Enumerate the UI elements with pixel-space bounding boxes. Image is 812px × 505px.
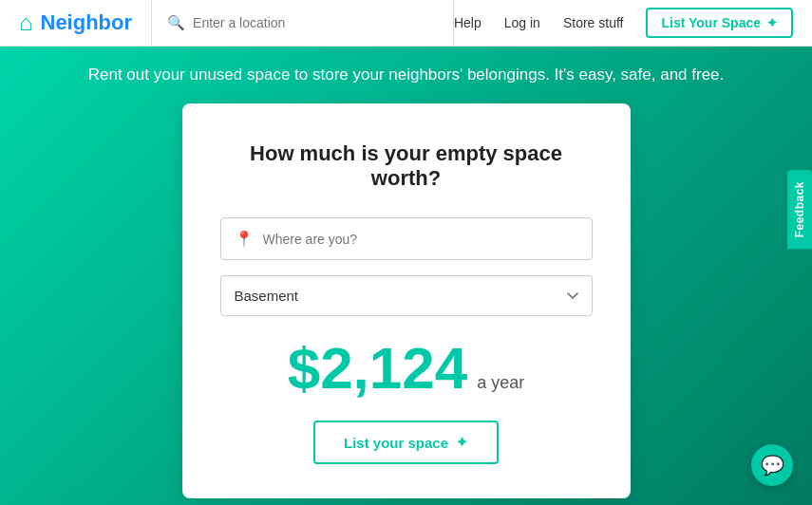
space-type-select[interactable]: Basement Garage Driveway Room Storage Un… [220, 275, 593, 316]
nav-store-stuff[interactable]: Store stuff [563, 15, 624, 30]
search-area[interactable]: 🔍 [151, 0, 454, 46]
nav-help[interactable]: Help [454, 15, 482, 30]
list-space-btn-label: List Your Space [661, 15, 761, 30]
feedback-tab[interactable]: Feedback [787, 170, 812, 249]
card-title: How much is your empty space worth? [220, 141, 593, 191]
list-your-space-button[interactable]: List Your Space ✦ [646, 8, 793, 38]
search-icon: 🔍 [167, 14, 185, 31]
price-period: a year [477, 373, 524, 393]
logo: ⌂ Neighbor [19, 9, 132, 36]
header: ⌂ Neighbor 🔍 Help Log in Store stuff Lis… [0, 0, 812, 47]
home-icon: ⌂ [19, 9, 33, 36]
list-space-card-button[interactable]: List your space ✦ [313, 421, 499, 464]
card-sparkle-icon: ✦ [456, 434, 468, 451]
pricing-card: How much is your empty space worth? 📍 Ba… [182, 103, 631, 498]
hero-tagline: Rent out your unused space to store your… [69, 47, 744, 84]
chat-bubble[interactable]: 💬 [751, 444, 793, 486]
search-input[interactable] [193, 15, 438, 30]
list-space-card-label: List your space [344, 435, 448, 451]
location-input[interactable] [263, 232, 578, 247]
logo-text: Neighbor [41, 10, 133, 35]
price-amount: $2,124 [288, 339, 468, 398]
pin-icon: 📍 [235, 230, 254, 248]
nav-links: Help Log in Store stuff List Your Space … [454, 8, 793, 38]
hero-section: Rent out your unused space to store your… [0, 47, 812, 505]
location-input-wrapper[interactable]: 📍 [220, 217, 593, 260]
price-display: $2,124 a year [288, 339, 525, 398]
sparkle-icon: ✦ [766, 15, 778, 30]
nav-login[interactable]: Log in [504, 15, 540, 30]
chat-icon: 💬 [761, 454, 784, 477]
